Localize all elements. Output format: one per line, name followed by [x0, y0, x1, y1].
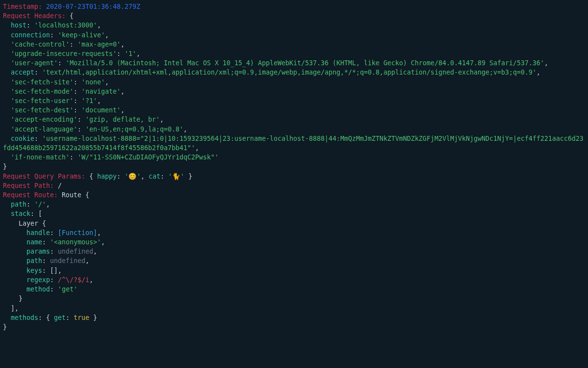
methods-get-val: true	[74, 314, 89, 321]
layer-path-key: path	[26, 257, 42, 264]
hdr-cookie-key: cookie	[11, 135, 34, 142]
query-cat-val: '🐈'	[168, 173, 184, 180]
route-path-val: '/'	[34, 201, 46, 208]
path-label: Request Path:	[3, 182, 54, 189]
timestamp-label: Timestamp:	[3, 3, 42, 10]
route-methods-key: methods	[11, 314, 38, 321]
hdr-sfu-key: 'sec-fetch-user'	[11, 97, 74, 105]
hdr-cookie-val: 'username-localhost-8888="2|1:0|10:15932…	[3, 135, 584, 152]
query-happy-key: happy	[97, 173, 117, 180]
query-cat-key: cat	[148, 173, 160, 180]
hdr-acclang-key: 'accept-language'	[11, 126, 77, 133]
hdr-accenc-key: 'accept-encoding'	[11, 116, 77, 123]
path-value: /	[58, 182, 62, 189]
hdr-inm-key: 'if-none-match'	[11, 154, 70, 161]
hdr-accenc-val: 'gzip, deflate, br'	[85, 116, 160, 123]
hdr-user-agent-key: 'user-agent'	[11, 59, 58, 67]
methods-get-key: get	[54, 314, 66, 321]
headers-label: Request Headers:	[3, 12, 66, 20]
layer-name-val: '<anonymous>'	[50, 238, 101, 246]
layer-handle-key: handle	[26, 229, 50, 237]
timestamp-value: 2020-07-23T01:36:48.279Z	[46, 3, 140, 10]
hdr-sfs-key: 'sec-fetch-site'	[11, 79, 74, 86]
hdr-connection-key: connection	[11, 31, 50, 39]
hdr-host-val: 'localhost:3000'	[34, 22, 97, 29]
hdr-sfs-val: 'none'	[81, 79, 105, 86]
layer-path-val: undefined	[50, 257, 85, 264]
layer-regexp-key: regexp	[26, 276, 50, 284]
hdr-sfm-val: 'navigate'	[81, 88, 121, 95]
hdr-accept-key: accept	[11, 69, 34, 76]
hdr-connection-val: 'keep-alive'	[58, 31, 105, 39]
hdr-sfm-key: 'sec-fetch-mode'	[11, 88, 74, 95]
layer-params-key: params	[26, 248, 50, 255]
layer-params-val: undefined	[58, 248, 93, 255]
hdr-host-key: host	[11, 22, 26, 29]
layer-regexp-val: /^\/?$/i	[58, 276, 89, 284]
route-classname: Route	[62, 191, 81, 199]
terminal-output: Timestamp: 2020-07-23T01:36:48.279Z Requ…	[0, 0, 588, 332]
hdr-sfd-val: 'document'	[81, 106, 121, 114]
hdr-sfd-key: 'sec-fetch-dest'	[11, 106, 74, 114]
route-label: Request Route:	[3, 191, 58, 199]
hdr-upgrade-insecure-key: 'upgrade-insecure-requests'	[11, 50, 117, 57]
route-path-key: path	[11, 201, 26, 208]
hdr-upgrade-insecure-val: '1'	[124, 50, 136, 57]
query-label: Request Query Params:	[3, 173, 85, 180]
hdr-acclang-val: 'en-US,en;q=0.9,la;q=0.8'	[85, 126, 183, 133]
hdr-sfu-val: '?1'	[81, 97, 97, 105]
layer-keys-val: []	[50, 267, 58, 274]
hdr-accept-val: 'text/html,application/xhtml+xml,applica…	[42, 69, 537, 76]
layer-name-key: name	[26, 238, 42, 246]
layer-classname: Layer	[19, 220, 38, 227]
layer-method-key: method	[26, 286, 50, 293]
hdr-cache-control-key: 'cache-control'	[11, 41, 70, 48]
layer-handle-val: [Function]	[58, 229, 97, 237]
hdr-cache-control-val: 'max-age=0'	[77, 41, 121, 48]
hdr-inm-val: 'W/"11-SS0N+CZuDIAOFyQJYr1dqC2Pwsk"'	[77, 154, 219, 161]
query-happy-val: '😊'	[124, 173, 141, 180]
hdr-user-agent-val: 'Mozilla/5.0 (Macintosh; Intel Mac OS X …	[66, 59, 544, 67]
route-stack-key: stack	[11, 210, 30, 217]
layer-keys-key: keys	[26, 267, 42, 274]
layer-method-val: 'get'	[58, 286, 77, 293]
